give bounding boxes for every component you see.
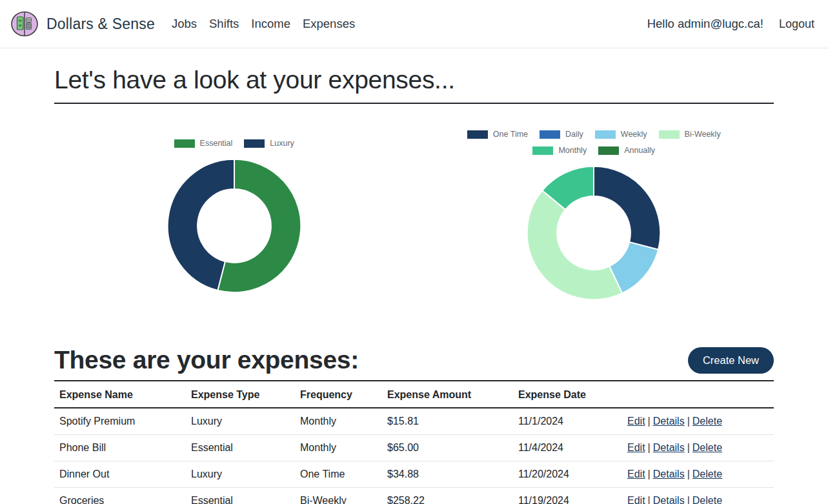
legend-swatch-bi-weekly — [659, 130, 680, 139]
legend-item-one-time[interactable]: One Time — [467, 130, 528, 139]
section-title: These are your expenses: — [54, 346, 359, 374]
legend-item-daily[interactable]: Daily — [540, 130, 583, 139]
nav-item-income[interactable]: Income — [251, 17, 290, 31]
cell-type: Essential — [186, 488, 295, 504]
brand-link[interactable]: Dollars & Sense — [46, 15, 155, 33]
legend-swatch-annually — [598, 146, 619, 155]
edit-link[interactable]: Edit — [627, 495, 645, 504]
cell-amount: $65.00 — [382, 435, 513, 461]
table-row: GroceriesEssentialBi-Weekly$258.2211/19/… — [54, 488, 774, 504]
action-separator: | — [685, 469, 692, 479]
details-link[interactable]: Details — [653, 416, 685, 427]
legend-swatch-one-time — [467, 130, 488, 139]
legend-label: Weekly — [621, 130, 647, 139]
legend-label: Monthly — [558, 146, 587, 155]
legend-label: Luxury — [270, 139, 294, 148]
edit-link[interactable]: Edit — [627, 416, 645, 427]
cell-amount: $15.81 — [382, 408, 513, 435]
legend-item-bi-weekly[interactable]: Bi-Weekly — [659, 130, 721, 139]
cell-date: 11/19/2024 — [513, 488, 622, 504]
header-frequency: Frequency — [295, 381, 382, 408]
cell-name: Spotify Premium — [54, 408, 186, 435]
action-separator: | — [645, 442, 653, 453]
header-actions — [622, 381, 774, 408]
action-separator: | — [685, 416, 692, 427]
title-divider — [54, 103, 774, 104]
essential-luxury-donut-chart — [163, 154, 306, 297]
legend-label: Bi-Weekly — [685, 130, 721, 139]
nav-item-expenses[interactable]: Expenses — [303, 17, 355, 31]
expenses-section-header: These are your expenses: Create New — [54, 346, 774, 374]
cell-actions: Edit|Details|Delete — [622, 488, 774, 504]
legend-swatch-monthly — [532, 146, 553, 155]
legend-label: Daily — [565, 130, 583, 139]
frequency-donut-chart — [522, 161, 665, 305]
header-expense-date: Expense Date — [513, 381, 622, 408]
details-link[interactable]: Details — [653, 442, 685, 453]
table-row: Phone BillEssentialMonthly$65.0011/4/202… — [54, 435, 774, 461]
cell-frequency: One Time — [295, 461, 382, 488]
cell-date: 11/1/2024 — [513, 408, 622, 435]
nav-item-jobs[interactable]: Jobs — [172, 17, 197, 31]
cell-actions: Edit|Details|Delete — [622, 461, 774, 488]
cell-actions: Edit|Details|Delete — [622, 408, 774, 435]
donut-segment-one-time — [594, 166, 660, 250]
frequency-chart-legend: One TimeDailyWeeklyBi-WeeklyMonthlyAnnua… — [442, 130, 745, 155]
cell-date: 11/20/2024 — [513, 461, 622, 488]
nav-item-shifts[interactable]: Shifts — [209, 17, 239, 31]
legend-item-annually[interactable]: Annually — [598, 146, 655, 155]
expenses-table: Expense Name Expense Type Frequency Expe… — [54, 381, 774, 504]
cell-type: Luxury — [186, 461, 295, 488]
table-row: Spotify PremiumLuxuryMonthly$15.8111/1/2… — [54, 408, 774, 435]
create-new-button[interactable]: Create New — [688, 347, 774, 374]
cell-name: Groceries — [54, 488, 186, 504]
action-separator: | — [645, 416, 653, 427]
details-link[interactable]: Details — [653, 495, 685, 504]
type-chart-container: EssentialLuxury — [54, 130, 414, 305]
logout-link[interactable]: Logout — [779, 17, 814, 31]
delete-link[interactable]: Delete — [692, 495, 722, 504]
cell-date: 11/4/2024 — [513, 435, 622, 461]
legend-swatch-daily — [540, 130, 560, 139]
type-chart-legend: EssentialLuxury — [168, 139, 300, 148]
legend-swatch-weekly — [595, 130, 616, 139]
cell-type: Essential — [186, 435, 295, 461]
cell-type: Luxury — [186, 408, 295, 435]
cell-name: Dinner Out — [54, 461, 186, 488]
cell-frequency: Bi-Weekly — [295, 488, 382, 504]
cell-frequency: Monthly — [295, 408, 382, 435]
user-greeting[interactable]: Hello admin@lugc.ca! — [647, 17, 763, 31]
delete-link[interactable]: Delete — [692, 416, 722, 427]
cell-frequency: Monthly — [295, 435, 382, 461]
delete-link[interactable]: Delete — [692, 469, 722, 479]
cell-amount: $258.22 — [382, 488, 513, 504]
header-expense-amount: Expense Amount — [382, 381, 513, 408]
header-expense-name: Expense Name — [54, 381, 186, 408]
page-title: Let's have a look at your expenses... — [54, 66, 774, 94]
legend-item-monthly[interactable]: Monthly — [532, 146, 587, 155]
legend-swatch-essential — [174, 139, 195, 148]
legend-item-luxury[interactable]: Luxury — [244, 139, 294, 148]
table-row: Dinner OutLuxuryOne Time$34.8811/20/2024… — [54, 461, 774, 488]
header-expense-type: Expense Type — [186, 381, 295, 408]
brain-money-logo-icon[interactable] — [10, 9, 39, 39]
action-separator: | — [645, 495, 653, 504]
legend-swatch-luxury — [244, 139, 265, 148]
legend-label: Essential — [200, 139, 233, 148]
expenses-page: Let's have a look at your expenses... Es… — [0, 66, 828, 504]
legend-item-essential[interactable]: Essential — [174, 139, 233, 148]
details-link[interactable]: Details — [653, 469, 685, 479]
legend-label: Annually — [624, 146, 655, 155]
main-nav: Jobs Shifts Income Expenses — [172, 17, 355, 31]
edit-link[interactable]: Edit — [627, 442, 645, 453]
top-navbar: Dollars & Sense Jobs Shifts Income Expen… — [0, 0, 828, 48]
edit-link[interactable]: Edit — [627, 469, 645, 479]
frequency-chart-container: One TimeDailyWeeklyBi-WeeklyMonthlyAnnua… — [414, 130, 774, 305]
legend-item-weekly[interactable]: Weekly — [595, 130, 647, 139]
cell-amount: $34.88 — [382, 461, 513, 488]
charts-row: EssentialLuxury One TimeDailyWeeklyBi-We… — [54, 130, 774, 305]
donut-segment-bi-weekly — [527, 190, 622, 299]
delete-link[interactable]: Delete — [692, 442, 722, 453]
action-separator: | — [645, 469, 653, 479]
legend-label: One Time — [493, 130, 528, 139]
